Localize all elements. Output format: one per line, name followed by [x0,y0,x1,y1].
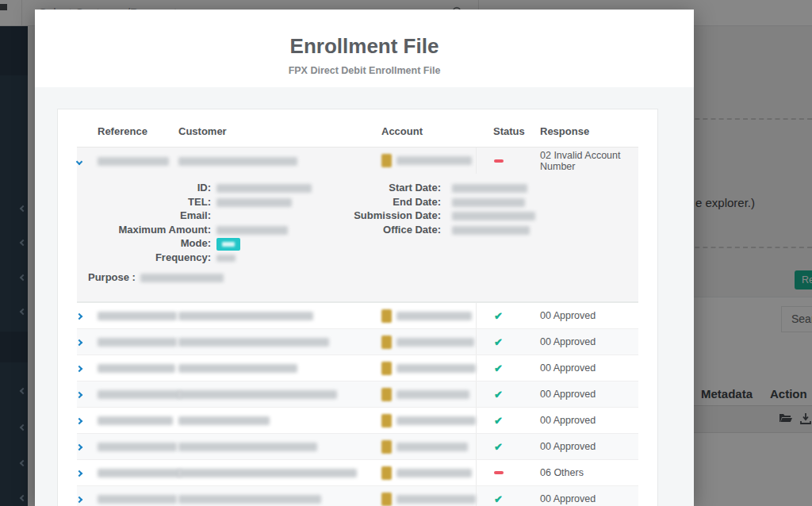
row-response: 02 Invalid Account Number [540,150,638,172]
detail-value [446,209,638,223]
column-header-customer: Customer [178,125,381,137]
modal-subtitle: FPX Direct Debit Enrollment File [35,65,694,76]
detail-label: TEL: [77,195,211,209]
detail-label: Start Date: [347,181,446,195]
redacted-value [396,443,468,451]
detail-value [446,195,638,209]
column-header-response: Response [540,125,638,137]
detail-value [211,209,347,223]
redacted-value [178,312,313,320]
app-root: Select Customer/Payment 43 Log out [0,0,812,506]
chevron-right-icon[interactable] [76,444,82,450]
redacted-customer [178,157,297,166]
redacted-value [396,390,469,399]
status-approved-icon: ✔ [494,362,503,374]
table-row[interactable]: ✔00 Approved [77,329,638,355]
status-error-icon [494,159,504,163]
table-row-expanded[interactable]: 02 Invalid Account Number [77,148,638,174]
detail-label [347,251,446,265]
modal-title: Enrollment File [35,34,694,59]
redacted-value [216,255,236,262]
chevron-right-icon[interactable] [76,418,82,424]
detail-label: Submission Date: [347,209,446,223]
redacted-value [178,338,329,347]
enrollment-file-modal: Enrollment File FPX Direct Debit Enrollm… [35,10,694,506]
status-error-icon [494,471,504,474]
redacted-value [98,312,177,320]
redacted-value [98,390,181,399]
status-approved-icon: ✔ [494,310,503,322]
mode-badge [216,238,240,251]
status-approved-icon: ✔ [494,389,503,401]
detail-label: Frequency: [77,251,211,265]
bank-logo-icon [381,362,392,375]
redacted-value [178,416,270,425]
table-row[interactable]: ✔00 Approved [77,381,638,408]
redacted-value [178,495,321,504]
redacted-value [98,338,177,347]
bank-logo-icon [381,466,392,480]
detail-value [211,251,347,265]
redacted-value [98,443,177,451]
row-response: 00 Approved [540,389,638,400]
detail-value [446,223,638,237]
redacted-value [98,364,175,373]
chevron-right-icon[interactable] [76,496,82,503]
table-header-row: Reference Customer Account Status Respon… [77,116,638,148]
chevron-right-icon[interactable] [76,339,82,346]
bank-logo-icon [381,493,392,506]
bank-logo-icon [381,440,392,454]
enrollment-table-card: Reference Customer Account Status Respon… [57,109,658,506]
redacted-account [396,156,472,165]
detail-value [211,181,347,195]
redacted-value [178,469,357,477]
detail-label: Office Date: [347,223,446,237]
redacted-value [396,312,472,320]
table-row[interactable]: ✔00 Approved [77,355,638,381]
row-response: 00 Approved [540,310,638,321]
table-row[interactable]: ✔00 Approved [77,486,638,506]
redacted-value [178,390,337,399]
table-row[interactable]: ✔00 Approved [77,303,638,329]
status-approved-icon: ✔ [494,493,503,505]
chevron-right-icon[interactable] [76,366,82,372]
redacted-value [98,469,181,477]
table-row[interactable]: 06 Others [77,460,638,486]
detail-label: Mode: [77,236,211,251]
detail-label: End Date: [347,195,446,209]
redacted-purpose [140,274,224,282]
redacted-value [98,495,177,504]
redacted-value [216,184,312,193]
chevron-right-icon[interactable] [76,392,82,398]
redacted-value [396,495,476,504]
redacted-value [452,212,535,220]
redacted-value [178,443,317,451]
chevron-right-icon[interactable] [76,470,82,477]
column-header-reference: Reference [98,125,178,137]
chevron-down-icon[interactable] [76,158,82,164]
purpose-row: Purpose : [77,271,638,283]
redacted-value [178,364,297,373]
column-header-status: Status [476,125,540,137]
detail-value [446,251,638,265]
row-response: 00 Approved [540,336,638,347]
status-approved-icon: ✔ [494,336,503,348]
redacted-value [452,198,525,207]
row-details-panel: ID:Start Date:TEL:End Date:Email:Submiss… [77,174,638,303]
detail-label: Maximum Amount: [77,223,211,237]
table-row[interactable]: ✔00 Approved [77,408,638,434]
detail-value [211,195,347,209]
chevron-right-icon[interactable] [76,313,82,320]
redacted-value [396,416,476,425]
redacted-value [452,184,527,193]
redacted-value [216,226,288,235]
redacted-reference [98,157,169,166]
bank-logo-icon [381,414,392,427]
detail-label: ID: [77,181,211,195]
row-response: 06 Others [540,467,638,478]
bank-logo-icon [381,335,392,349]
table-row[interactable]: ✔00 Approved [77,434,638,460]
detail-value [211,223,347,237]
redacted-value [396,338,474,347]
row-response: 00 Approved [540,441,638,452]
